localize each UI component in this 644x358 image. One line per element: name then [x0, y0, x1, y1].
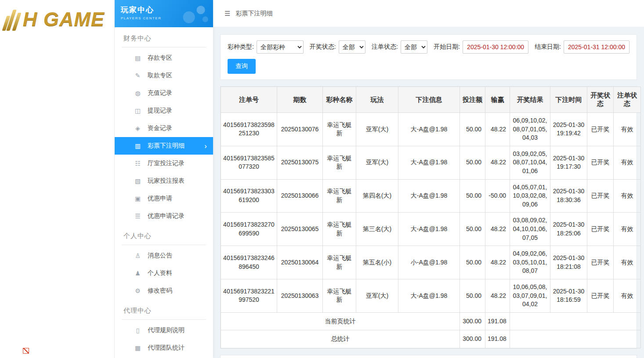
hall-bet-icon: ☷ — [134, 160, 141, 167]
table-cell: 有效 — [614, 246, 641, 279]
table-row: 40156917382327069959020250130065幸运飞艇新第三名… — [221, 213, 641, 246]
sidebar-item-deposit-zone[interactable]: ▤存款专区 — [115, 49, 213, 67]
table-cell: 幸运飞艇新 — [323, 113, 356, 146]
table-row: 40156917382359825123020250130076幸运飞艇新亚军(… — [221, 113, 641, 146]
table-cell: 06,09,10,02,08,07,01,05,04,03 — [510, 113, 550, 146]
promo-apply-icon: ▣ — [134, 195, 141, 202]
table-cell: 401569173823270699590 — [221, 213, 277, 246]
sidebar-item-agent-team-stats[interactable]: ▦代理团队统计 — [115, 339, 213, 357]
table-cell: 2025-01-30 19:19:42 — [550, 113, 587, 146]
table-row: 40156917382330361920020250130066幸运飞艇新第四名… — [221, 179, 641, 213]
agent-rules-icon: ▯ — [134, 327, 141, 334]
end-date-input[interactable] — [564, 40, 630, 54]
sidebar-item-announcements[interactable]: ♙消息公告 — [115, 247, 213, 264]
app-root: H GAME 玩家中心 PLAYERS CENTER 财务中心▤存款专区✎取款专… — [0, 0, 644, 358]
table-cell: 20250130076 — [277, 113, 323, 146]
column-header: 输赢 — [485, 87, 510, 113]
sidebar-item-label: 充值记录 — [148, 89, 172, 97]
draw-status-label: 开奖状态: — [310, 43, 336, 51]
column-header: 开奖结果 — [510, 87, 550, 113]
search-button[interactable]: 查询 — [228, 59, 256, 74]
summary-spacer — [510, 312, 641, 330]
table-cell: 401569173823303619200 — [221, 179, 277, 213]
sidebar-item-funds-records[interactable]: ◈资金记录 — [115, 119, 213, 137]
table-cell: 幸运飞艇新 — [323, 179, 356, 213]
table-cell: 48.22 — [485, 279, 510, 312]
start-date-input[interactable] — [463, 40, 528, 54]
summary-bet-total: 300.00 — [460, 312, 485, 330]
column-header: 投注额 — [460, 87, 485, 113]
summary-winloss-total: 191.08 — [485, 330, 510, 348]
sidebar-item-label: 厅室投注记录 — [148, 159, 185, 167]
column-header: 彩种名称 — [323, 87, 356, 113]
sidebar-item-change-password[interactable]: ⚙修改密码 — [115, 282, 213, 300]
table-cell: 2025-01-30 18:16:59 — [550, 279, 587, 312]
table-cell: 48.22 — [485, 113, 510, 146]
table-body: 40156917382359825123020250130076幸运飞艇新亚军(… — [221, 113, 641, 313]
withdraw-icon: ✎ — [134, 72, 141, 79]
sidebar-item-hall-bet-records[interactable]: ☷厅室投注记录 — [115, 155, 213, 172]
sidebar-item-cashout-records[interactable]: ◫提现记录 — [115, 102, 213, 119]
page-title: 彩票下注明细 — [235, 10, 272, 18]
brand-logo: H GAME — [0, 0, 114, 31]
cashout-record-icon: ◫ — [134, 107, 141, 114]
funds-record-icon: ◈ — [134, 125, 141, 132]
announcement-icon: ♙ — [134, 252, 141, 259]
sidebar-item-promo-apply-records[interactable]: ☰优惠申请记录 — [115, 207, 213, 225]
sidebar-item-promo-apply[interactable]: ▣优惠申请 — [115, 190, 213, 207]
table-cell: 有效 — [614, 213, 641, 246]
table-header-row: 注单号期数彩种名称玩法下注信息投注额输赢开奖结果下注时间开奖状态注单状态 — [221, 87, 641, 113]
sidebar-item-label: 代理规则说明 — [148, 326, 185, 334]
menu-toggle-icon[interactable]: ☰ — [224, 10, 230, 18]
agent-team-icon: ▦ — [134, 344, 141, 351]
table-cell: 有效 — [614, 179, 641, 213]
sidebar-section-title: 代理中心 — [122, 305, 206, 320]
topbar: ☰ 彩票下注明细 — [213, 0, 644, 27]
column-header: 注单号 — [221, 87, 277, 113]
recharge-record-icon: ◍ — [134, 90, 141, 97]
gamepad-graphic — [181, 4, 209, 24]
table-cell: 48.22 — [485, 146, 510, 179]
table-cell: 幸运飞艇新 — [323, 279, 356, 312]
lottery-type-select[interactable]: 全部彩种 — [257, 40, 304, 54]
order-status-label: 注单状态: — [372, 43, 398, 51]
deposit-icon: ▤ — [134, 54, 141, 61]
sidebar-section-title: 财务中心 — [122, 33, 206, 47]
sidebar-item-label: 优惠申请 — [148, 195, 172, 203]
table-cell: 亚军(大) — [356, 279, 398, 312]
table-cell: 20250130063 — [277, 279, 323, 312]
table-cell: 有效 — [614, 279, 641, 312]
column-header: 下注信息 — [398, 87, 460, 113]
table-cell: 第四名(大) — [356, 179, 398, 213]
logo-mark-icon — [4, 10, 20, 31]
player-report-icon: ▧ — [134, 177, 141, 184]
sidebar-item-label: 个人资料 — [148, 269, 172, 277]
table-cell: 10,06,05,08,03,07,09,01,04,02 — [510, 279, 550, 312]
table-cell: 04,05,07,01,10,03,02,08,09,06 — [510, 179, 550, 213]
table-cell: 已开奖 — [587, 279, 614, 312]
sidebar-item-lottery-bet-details[interactable]: ▥彩票下注明细› — [115, 137, 213, 155]
sidebar-item-label: 修改密码 — [148, 287, 172, 295]
order-status-select[interactable]: 全部 — [401, 40, 427, 54]
table-cell: 50.00 — [460, 179, 485, 213]
table-cell: 大-A盘@1.98 — [398, 113, 460, 146]
sidebar-item-agent-rules[interactable]: ▯代理规则说明 — [115, 322, 213, 339]
table-cell: 幸运飞艇新 — [323, 146, 356, 179]
sidebar-item-label: 提现记录 — [148, 107, 172, 115]
gear-icon: ⚙ — [134, 287, 141, 294]
table-cell: 大-A盘@1.98 — [398, 279, 460, 312]
draw-status-select[interactable]: 全部 — [339, 40, 365, 54]
sidebar-section-title: 个人中心 — [122, 230, 206, 245]
table-cell: 有效 — [614, 146, 641, 179]
table-cell: 20250130065 — [277, 213, 323, 246]
table-cell: 有效 — [614, 113, 641, 146]
sidebar-item-withdraw-zone[interactable]: ✎取款专区 — [115, 67, 213, 84]
sidebar-item-recharge-records[interactable]: ◍充值记录 — [115, 84, 213, 102]
table-cell: 50.00 — [460, 279, 485, 312]
end-date-label: 结束日期: — [535, 43, 561, 51]
sidebar-item-player-bet-report[interactable]: ▧玩家投注报表 — [115, 172, 213, 190]
sidebar-item-profile[interactable]: ♟个人资料 — [115, 264, 213, 282]
table-foot: 当前页统计300.00191.08总统计300.00191.08 — [221, 312, 641, 348]
filter-row: 彩种类型: 全部彩种 开奖状态: 全部 注单状态: 全部 开始日期: 结束日期: — [228, 40, 630, 54]
column-header: 注单状态 — [614, 87, 641, 113]
